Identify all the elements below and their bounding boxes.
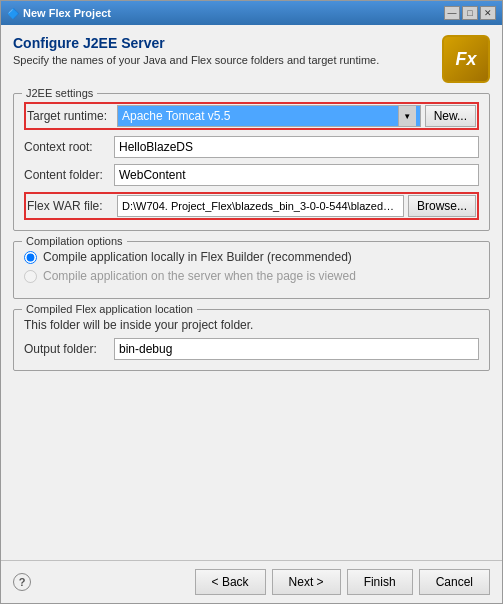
compilation-options-group: Compilation options Compile application … xyxy=(13,241,490,299)
flex-war-highlighted: Flex WAR file: D:\W704. Project_Flex\bla… xyxy=(24,192,479,220)
output-folder-row: Output folder: xyxy=(24,338,479,360)
header-row: Configure J2EE Server Specify the names … xyxy=(13,35,490,83)
close-button[interactable]: ✕ xyxy=(480,6,496,20)
compiled-flex-description: This folder will be inside your project … xyxy=(24,318,479,332)
browse-button[interactable]: Browse... xyxy=(408,195,476,217)
context-root-input[interactable] xyxy=(114,136,479,158)
j2ee-settings-group: J2EE settings Target runtime: Apache Tom… xyxy=(13,93,490,231)
target-runtime-value: Apache Tomcat v5.5 xyxy=(122,109,398,123)
target-runtime-dropdown-arrow[interactable]: ▼ xyxy=(398,106,416,126)
nav-buttons: < Back Next > Finish Cancel xyxy=(195,569,490,595)
context-root-row: Context root: xyxy=(24,136,479,158)
target-runtime-select[interactable]: Apache Tomcat v5.5 ▼ xyxy=(117,105,421,127)
compilation-group-label: Compilation options xyxy=(22,235,127,247)
compile-local-label: Compile application locally in Flex Buil… xyxy=(43,250,352,264)
window-icon: 🔷 xyxy=(7,8,19,19)
target-runtime-label: Target runtime: xyxy=(27,109,117,123)
title-bar: 🔷 New Flex Project — □ ✕ xyxy=(1,1,502,25)
page-subtitle: Specify the names of your Java and Flex … xyxy=(13,54,442,66)
content-folder-input[interactable] xyxy=(114,164,479,186)
compiled-flex-group: Compiled Flex application location This … xyxy=(13,309,490,371)
output-folder-input[interactable] xyxy=(114,338,479,360)
compile-server-row: Compile application on the server when t… xyxy=(24,269,479,283)
main-window: 🔷 New Flex Project — □ ✕ Configure J2EE … xyxy=(0,0,503,604)
content-folder-label: Content folder: xyxy=(24,168,114,182)
target-runtime-row: Target runtime: Apache Tomcat v5.5 ▼ New… xyxy=(27,105,476,127)
flex-war-label: Flex WAR file: xyxy=(27,199,117,213)
flex-war-value: D:\W704. Project_Flex\blazeds_bin_3-0-0-… xyxy=(122,200,399,212)
page-title: Configure J2EE Server xyxy=(13,35,442,51)
content-area: Configure J2EE Server Specify the names … xyxy=(1,25,502,560)
finish-button[interactable]: Finish xyxy=(347,569,413,595)
context-root-label: Context root: xyxy=(24,140,114,154)
compile-local-row: Compile application locally in Flex Buil… xyxy=(24,250,479,264)
compiled-flex-group-label: Compiled Flex application location xyxy=(22,303,197,315)
j2ee-group-label: J2EE settings xyxy=(22,87,97,99)
maximize-button[interactable]: □ xyxy=(462,6,478,20)
compile-local-radio[interactable] xyxy=(24,251,37,264)
flex-war-input[interactable]: D:\W704. Project_Flex\blazeds_bin_3-0-0-… xyxy=(117,195,404,217)
compile-server-radio[interactable] xyxy=(24,270,37,283)
back-button[interactable]: < Back xyxy=(195,569,266,595)
new-button[interactable]: New... xyxy=(425,105,476,127)
title-bar-controls: — □ ✕ xyxy=(444,6,496,20)
bottom-bar: ? < Back Next > Finish Cancel xyxy=(1,560,502,603)
next-button[interactable]: Next > xyxy=(272,569,341,595)
cancel-button[interactable]: Cancel xyxy=(419,569,490,595)
fx-icon: Fx xyxy=(442,35,490,83)
compile-server-label: Compile application on the server when t… xyxy=(43,269,356,283)
help-icon[interactable]: ? xyxy=(13,573,31,591)
minimize-button[interactable]: — xyxy=(444,6,460,20)
content-folder-row: Content folder: xyxy=(24,164,479,186)
output-folder-label: Output folder: xyxy=(24,342,114,356)
target-runtime-select-wrapper: Apache Tomcat v5.5 ▼ xyxy=(117,105,421,127)
header-text: Configure J2EE Server Specify the names … xyxy=(13,35,442,66)
flex-war-row: Flex WAR file: D:\W704. Project_Flex\bla… xyxy=(27,195,476,217)
title-bar-left: 🔷 New Flex Project xyxy=(7,7,111,19)
window-title: New Flex Project xyxy=(23,7,111,19)
target-runtime-highlighted: Target runtime: Apache Tomcat v5.5 ▼ New… xyxy=(24,102,479,130)
